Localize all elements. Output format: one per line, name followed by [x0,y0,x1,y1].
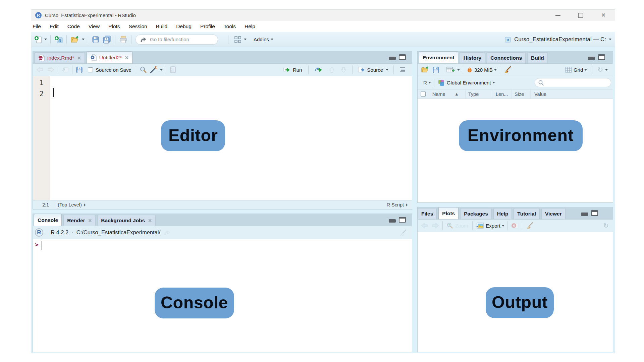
sort-icon[interactable]: ▲ [454,92,459,97]
source-dropdown-caret[interactable] [386,69,388,71]
menu-session[interactable]: Session [124,23,152,29]
rerun-button[interactable] [311,66,326,73]
scope-selector[interactable]: (Top Level)▲▼ [58,202,86,207]
save-all-button[interactable] [101,34,113,45]
tab-render[interactable]: Render ✕ [63,215,96,226]
column-type[interactable]: Type [468,92,479,97]
clear-console-icon[interactable] [398,229,407,237]
tab-background-jobs[interactable]: Background Jobs ✕ [97,215,156,226]
menu-edit[interactable]: Edit [45,23,63,29]
refresh-button[interactable]: ↻ [595,66,610,74]
load-workspace-button[interactable] [420,66,431,74]
menu-plots[interactable]: Plots [104,23,124,29]
menu-code[interactable]: Code [63,23,84,29]
addins-button[interactable]: Addins [251,34,275,45]
maximize-pane-icon[interactable] [591,210,598,216]
menu-view[interactable]: View [84,23,104,29]
maximize-pane-icon[interactable] [598,54,605,60]
save-workspace-button[interactable] [431,66,441,74]
tab-console[interactable]: Console [34,214,62,226]
code-tools-button[interactable] [148,66,164,74]
export-plot-button[interactable]: Export [475,222,505,229]
column-name[interactable]: Name [432,92,445,97]
find-replace-button[interactable] [138,66,148,74]
maximize-pane-icon[interactable] [399,217,406,223]
tab-tutorial[interactable]: Tutorial [514,208,540,219]
next-plot-button[interactable] [430,222,440,229]
select-all-checkbox[interactable] [421,92,426,97]
panes-layout-button[interactable] [232,34,248,45]
tab-close-icon[interactable]: ✕ [77,55,81,61]
source-on-save-checkbox[interactable]: Source on Save [87,67,134,73]
print-button[interactable] [117,34,129,45]
tab-files[interactable]: Files [418,208,437,219]
go-to-previous-button[interactable] [326,66,338,73]
remove-plot-button[interactable] [510,222,520,229]
clear-objects-button[interactable] [502,66,513,74]
menu-tools[interactable]: Tools [219,23,240,29]
run-button[interactable]: Run [280,66,306,73]
panes-dropdown-caret[interactable] [244,39,247,40]
goto-file-search[interactable]: Go to file/function [136,35,218,45]
clear-plots-button[interactable] [524,222,535,230]
minimize-pane-icon[interactable] [389,57,396,60]
tab-close-icon[interactable]: ✕ [88,218,92,223]
tab-index-rmd[interactable]: Rmd index.Rmd* ✕ [35,52,85,63]
tab-untitled2[interactable]: R Untitled2* ✕ [87,51,132,63]
editor-content[interactable]: 1 2 Editor [33,76,412,200]
import-dataset-button[interactable] [445,66,461,73]
back-button[interactable] [35,66,45,73]
compile-report-button[interactable] [168,66,177,74]
menu-help[interactable]: Help [240,23,260,29]
tab-packages[interactable]: Packages [460,208,492,219]
maximize-pane-icon[interactable] [399,54,406,60]
tab-build[interactable]: Build [527,52,548,63]
project-selector[interactable]: R Curso_EstatisticaExperimental — C: [504,32,611,47]
goto-directory-icon[interactable] [164,230,172,236]
menu-file[interactable]: File [31,23,45,29]
new-file-dropdown-caret[interactable] [44,39,47,40]
column-value[interactable]: Value [534,92,546,97]
column-length[interactable]: Len... [496,92,508,97]
open-file-button[interactable] [69,34,86,45]
menu-debug[interactable]: Debug [172,23,196,29]
console-content[interactable]: > Console [33,239,412,352]
minimize-pane-icon[interactable] [588,57,595,60]
go-to-next-button[interactable] [338,66,350,73]
tab-plots[interactable]: Plots [438,207,459,219]
menu-profile[interactable]: Profile [196,23,219,29]
checkbox[interactable] [88,67,93,72]
minimize-pane-icon[interactable] [581,213,588,216]
open-file-dropdown-caret[interactable] [82,39,85,40]
language-selector[interactable]: R [421,80,432,85]
environment-search[interactable] [535,78,611,87]
memory-usage-button[interactable]: 320 MiB [465,66,498,73]
filetype-selector[interactable]: R Script▲▼ [386,202,408,207]
menu-build[interactable]: Build [152,23,172,29]
minimize-pane-icon[interactable] [389,219,396,223]
tab-close-icon[interactable]: ✕ [148,218,152,223]
save-source-button[interactable] [74,66,84,74]
show-in-new-window-button[interactable] [60,66,70,73]
minimize-button[interactable] [546,10,569,21]
tab-environment[interactable]: Environment [419,51,458,63]
new-project-button[interactable]: R [53,34,64,45]
source-button[interactable]: Source [355,66,391,73]
previous-plot-button[interactable] [420,222,430,229]
tab-history[interactable]: History [460,52,485,63]
tab-connections[interactable]: Connections [487,52,526,63]
refresh-icon[interactable]: ↻ [603,222,609,230]
new-file-button[interactable] [33,34,48,45]
close-button[interactable]: ✕ [592,10,615,21]
tab-help[interactable]: Help [493,208,512,219]
zoom-plot-button[interactable]: Zoom [445,222,470,229]
column-size[interactable]: Size [515,92,524,97]
forward-button[interactable] [45,66,56,73]
environment-selector[interactable]: Global Environment [436,79,496,87]
maximize-button[interactable] [569,10,592,21]
save-button[interactable] [90,34,101,45]
tab-viewer[interactable]: Viewer [541,208,566,219]
document-outline-button[interactable] [396,67,409,73]
grid-view-button[interactable]: Grid [562,66,589,73]
tab-close-icon[interactable]: ✕ [125,55,129,60]
